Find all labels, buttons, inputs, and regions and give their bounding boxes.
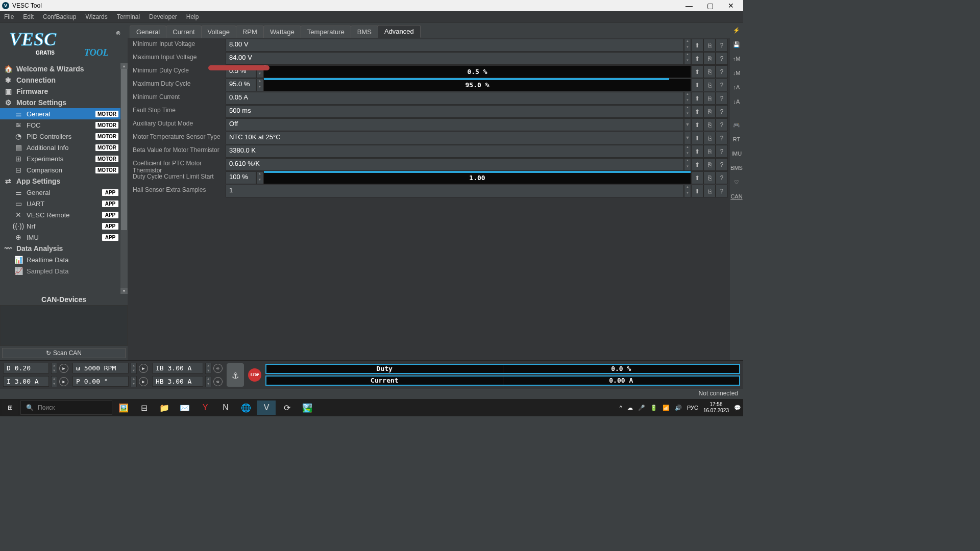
slider[interactable]: 95.0 %: [263, 79, 691, 91]
tray-battery-icon[interactable]: 🔋: [650, 405, 657, 411]
spinner[interactable]: ▲▼: [205, 363, 211, 374]
value-input[interactable]: 95.0 %: [226, 79, 256, 91]
imu-icon[interactable]: IMU: [731, 148, 742, 159]
help-button[interactable]: ?: [716, 132, 728, 144]
copy-button[interactable]: ⎘: [703, 185, 716, 197]
scroll-down-icon[interactable]: ▼: [120, 288, 128, 294]
tab-rpm[interactable]: RPM: [236, 26, 264, 38]
spinner[interactable]: ▲▼: [51, 363, 57, 374]
copy-button[interactable]: ⎘: [703, 171, 716, 184]
slider[interactable]: 1.00: [263, 171, 691, 184]
tray-notifications-icon[interactable]: 💬: [734, 405, 741, 411]
tray-lang[interactable]: РУС: [687, 405, 698, 411]
spinner[interactable]: ▲▼: [131, 363, 137, 374]
nav-motor-settings[interactable]: ⚙Motor Settings: [0, 97, 128, 108]
tray-mic-icon[interactable]: 🎤: [638, 405, 645, 411]
taskbar-explorer[interactable]: 📁: [155, 400, 174, 415]
nav-app-settings[interactable]: ⇄App Settings: [0, 176, 128, 187]
spinner[interactable]: ▲▼: [684, 105, 691, 118]
nav-pid[interactable]: ◔PID ControllersMOTOR: [0, 131, 128, 142]
nav-imu[interactable]: ⊕IMUAPP: [0, 232, 128, 243]
rt-icon[interactable]: RT: [731, 134, 742, 145]
taskbar-search[interactable]: 🔍Поиск: [20, 400, 112, 415]
taskbar-edge[interactable]: 🌐: [237, 400, 255, 415]
spinner[interactable]: ▲▼: [684, 92, 691, 105]
nav-uart[interactable]: ▭UARTAPP: [0, 198, 128, 209]
taskbar-app[interactable]: 🏞️: [298, 400, 316, 415]
spinner[interactable]: ▲▼: [51, 376, 57, 387]
can-icon[interactable]: CAN: [731, 191, 742, 202]
save-icon[interactable]: 💾: [731, 39, 742, 50]
tray-volume-icon[interactable]: 🔊: [675, 405, 682, 411]
tab-advanced[interactable]: Advanced: [378, 25, 421, 38]
menu-confbackup[interactable]: ConfBackup: [43, 13, 76, 20]
copy-button[interactable]: ⎘: [703, 118, 716, 131]
copy-button[interactable]: ⎘: [703, 52, 716, 65]
connect-icon[interactable]: ⚡: [731, 24, 742, 36]
upload-button[interactable]: ⬆: [691, 185, 703, 197]
gamepad-icon[interactable]: 🎮: [731, 119, 742, 131]
nav-app-general[interactable]: ⚌GeneralAPP: [0, 187, 128, 198]
upload-m-icon[interactable]: ↑M: [731, 53, 742, 64]
help-button[interactable]: ?: [716, 185, 728, 197]
spinner[interactable]: ▲▼: [684, 158, 691, 171]
start-button[interactable]: ⊞: [2, 400, 18, 415]
upload-button[interactable]: ⬆: [691, 132, 703, 144]
tab-temperature[interactable]: Temperature: [301, 26, 351, 38]
nav-realtime[interactable]: 📊Realtime Data: [0, 254, 128, 265]
taskbar-app[interactable]: ⟳: [278, 400, 296, 415]
menu-wizards[interactable]: Wizards: [85, 13, 107, 20]
upload-button[interactable]: ⬆: [691, 92, 703, 105]
taskbar-mail[interactable]: ✉️: [176, 400, 194, 415]
value-dropdown[interactable]: NTC 10K at 25°C: [226, 132, 684, 144]
menu-edit[interactable]: Edit: [23, 13, 34, 20]
play-button[interactable]: ▶: [59, 377, 68, 386]
nav-experiments[interactable]: ⊞ExperimentsMOTOR: [0, 153, 128, 164]
help-button[interactable]: ?: [716, 79, 728, 91]
tab-bms[interactable]: BMS: [351, 26, 378, 38]
nav-foc[interactable]: ≋FOCMOTOR: [0, 119, 128, 131]
menu-file[interactable]: File: [4, 13, 14, 20]
tray-onedrive-icon[interactable]: ☁: [627, 405, 633, 411]
value-input[interactable]: 84.00 V: [226, 52, 684, 65]
taskbar-taskview[interactable]: ⊟: [135, 400, 153, 415]
upload-button[interactable]: ⬆: [691, 158, 703, 171]
copy-button[interactable]: ⎘: [703, 92, 716, 105]
copy-button[interactable]: ⎘: [703, 145, 716, 158]
tab-current[interactable]: Current: [166, 26, 201, 38]
menu-terminal[interactable]: Terminal: [117, 13, 140, 20]
maximize-button[interactable]: ▢: [707, 2, 714, 10]
help-button[interactable]: ?: [716, 118, 728, 131]
value-input[interactable]: 0.610 %/K: [226, 158, 684, 171]
taskbar-vesc[interactable]: V: [257, 400, 276, 415]
value-input[interactable]: 1: [226, 185, 684, 197]
tab-wattage[interactable]: Wattage: [263, 26, 301, 38]
value-input[interactable]: 500 ms: [226, 105, 684, 118]
scroll-thumb[interactable]: [121, 69, 127, 230]
tray-chevron-icon[interactable]: ^: [620, 405, 622, 411]
scroll-up-icon[interactable]: ▲: [120, 63, 128, 69]
value-input[interactable]: 3380.0 K: [226, 145, 684, 158]
anchor-button[interactable]: ⚓: [227, 363, 244, 387]
chevron-down-icon[interactable]: ▼: [684, 132, 691, 144]
nav-firmware[interactable]: ▣Firmware: [0, 86, 128, 97]
copy-button[interactable]: ⎘: [703, 158, 716, 171]
copy-button[interactable]: ⎘: [703, 132, 716, 144]
nav-sampled[interactable]: 📈Sampled Data: [0, 265, 128, 277]
help-button[interactable]: ?: [716, 158, 728, 171]
p-input[interactable]: [72, 376, 129, 387]
nav-connection[interactable]: ✱Connection: [0, 74, 128, 86]
spinner[interactable]: ▲▼: [684, 145, 691, 158]
help-button[interactable]: ?: [716, 105, 728, 118]
value-input[interactable]: 8.00 V: [226, 39, 684, 52]
spinner[interactable]: ▲▼: [131, 376, 137, 387]
spinner[interactable]: ▲▼: [684, 185, 691, 197]
d-input[interactable]: [3, 363, 49, 373]
help-button[interactable]: ?: [716, 92, 728, 105]
help-button[interactable]: ?: [716, 65, 728, 78]
upload-button[interactable]: ⬆: [691, 65, 703, 78]
menu-developer[interactable]: Developer: [149, 13, 177, 20]
nav-tree[interactable]: 🏠Welcome & Wizards ✱Connection ▣Firmware…: [0, 63, 128, 294]
taskbar-onenote[interactable]: N: [216, 400, 235, 415]
spinner[interactable]: ▲▼: [256, 171, 263, 184]
